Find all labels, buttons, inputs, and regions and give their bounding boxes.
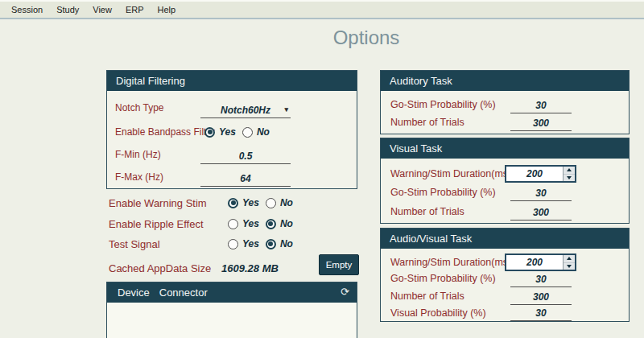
menu-bar: Session Study View ERP Help xyxy=(0,0,644,19)
chevron-down-icon[interactable]: ▾ xyxy=(284,105,288,113)
spin-down-icon[interactable] xyxy=(564,174,575,182)
empty-cache-button[interactable]: Empty xyxy=(319,254,359,275)
cached-appdata-label: Cached AppData Size xyxy=(109,262,211,274)
ripple-yes-label: Yes xyxy=(242,218,259,229)
test-signal-no-label: No xyxy=(280,238,293,249)
bandpass-label: Enable Bandpass Filter xyxy=(115,126,215,138)
refresh-icon[interactable]: ⟳ xyxy=(341,286,349,298)
device-connector-header: Device Connector ⟳ xyxy=(107,282,357,303)
digital-filtering-panel: Digital Filtering Notch Type Notch60Hz ▾… xyxy=(106,70,357,189)
visual-warning-label: Warning/Stim Duration(ms) xyxy=(390,168,511,179)
device-list xyxy=(107,303,357,338)
auditory-trials-label: Number of Trials xyxy=(390,117,464,128)
visual-gostim-field[interactable]: 30 xyxy=(510,188,572,201)
audio-visual-task-panel: Audio/Visual Task Warning/Stim Duration(… xyxy=(380,228,630,322)
auditory-trials-row: Number of Trials 300 xyxy=(390,113,622,131)
visual-task-title: Visual Task xyxy=(390,142,442,155)
warning-stim-radio-group: Yes No xyxy=(228,197,299,208)
auditory-trials-field[interactable]: 300 xyxy=(510,117,572,131)
warning-stim-no-radio[interactable] xyxy=(266,198,276,208)
ripple-no-label: No xyxy=(280,218,293,229)
options-screen: { "menu": { "items": ["Session", "Study"… xyxy=(0,0,644,338)
warning-stim-no-label: No xyxy=(280,197,293,208)
ripple-radio-group: Yes No xyxy=(228,218,299,229)
ripple-label: Enable Ripple Effect xyxy=(109,218,204,230)
auditory-gostim-field[interactable]: 30 xyxy=(510,100,572,113)
test-signal-yes-label: Yes xyxy=(242,238,259,249)
bandpass-yes-radio[interactable] xyxy=(204,127,215,138)
visual-warning-spinner[interactable]: 200 xyxy=(505,165,576,183)
spin-down-icon[interactable] xyxy=(564,262,575,270)
menu-view[interactable]: View xyxy=(93,5,112,14)
bandpass-no-radio[interactable] xyxy=(242,127,253,138)
ripple-yes-radio[interactable] xyxy=(228,219,238,229)
warning-stim-yes-label: Yes xyxy=(242,197,259,208)
av-visualprob-label: Visual Probability (%) xyxy=(390,307,486,319)
device-connector-panel: Device Connector ⟳ xyxy=(106,282,357,338)
av-gostim-label: Go-Stim Probability (%) xyxy=(390,273,496,284)
fmax-value-field[interactable]: 64 xyxy=(200,173,291,187)
menu-help[interactable]: Help xyxy=(158,5,176,14)
ripple-no-radio[interactable] xyxy=(266,219,276,229)
bandpass-yes-label: Yes xyxy=(219,126,236,138)
digital-filtering-header: Digital Filtering xyxy=(107,71,357,91)
audio-visual-task-header: Audio/Visual Task xyxy=(381,229,629,249)
av-gostim-field[interactable]: 30 xyxy=(510,274,572,287)
spin-up-icon[interactable] xyxy=(564,255,575,262)
fmax-row: F-Max (Hz) 64 xyxy=(115,167,350,187)
auditory-gostim-label: Go-Stim Probability (%) xyxy=(390,99,496,110)
menu-erp[interactable]: ERP xyxy=(126,5,144,14)
av-warning-spinner[interactable]: 200 xyxy=(505,254,576,271)
test-signal-label: Test Signal xyxy=(109,238,160,250)
av-trials-row: Number of Trials 300 xyxy=(390,287,622,305)
notch-type-row: Notch Type Notch60Hz ▾ xyxy=(115,97,350,118)
fmin-row: F-Min (Hz) 0.5 xyxy=(115,145,350,164)
warning-stim-label: Enable Warning Stim xyxy=(109,197,207,209)
fmax-label: F-Max (Hz) xyxy=(115,171,163,183)
visual-task-header: Visual Task xyxy=(381,138,629,159)
warning-stim-yes-radio[interactable] xyxy=(228,198,238,208)
test-signal-radio-group: Yes No xyxy=(228,238,299,249)
fmin-value-field[interactable]: 0.5 xyxy=(200,150,291,164)
av-visualprob-field[interactable]: 30 xyxy=(510,307,572,321)
visual-trials-label: Number of Trials xyxy=(390,206,464,217)
audio-visual-task-title: Audio/Visual Task xyxy=(390,233,472,245)
auditory-task-title: Auditory Task xyxy=(390,75,452,87)
av-visualprob-row: Visual Probability (%) 30 xyxy=(390,304,622,321)
spin-up-icon[interactable] xyxy=(564,167,575,174)
device-column-header[interactable]: Device xyxy=(118,286,150,299)
bandpass-no-label: No xyxy=(257,126,270,138)
connector-column-header[interactable]: Connector xyxy=(159,286,208,299)
test-signal-yes-radio[interactable] xyxy=(228,239,238,249)
av-warning-label: Warning/Stim Duration(ms) xyxy=(390,257,511,268)
notch-type-value: Notch60Hz xyxy=(221,105,270,116)
page-title: Options xyxy=(44,27,644,49)
auditory-task-header: Auditory Task xyxy=(381,71,629,91)
av-trials-label: Number of Trials xyxy=(390,291,464,302)
warning-stim-row: Enable Warning Stim Yes No xyxy=(109,193,360,212)
notch-type-label: Notch Type xyxy=(115,102,163,113)
visual-trials-row: Number of Trials 300 xyxy=(390,203,622,221)
notch-type-dropdown[interactable]: Notch60Hz ▾ xyxy=(200,105,291,118)
test-signal-row: Test Signal Yes No xyxy=(109,234,360,254)
visual-task-panel: Visual Task Warning/Stim Duration(ms) 20… xyxy=(380,138,630,224)
fmin-label: F-Min (Hz) xyxy=(115,149,161,160)
auditory-task-panel: Auditory Task Go-Stim Probability (%) 30… xyxy=(380,70,630,134)
av-warning-spin-buttons xyxy=(563,255,575,270)
bandpass-radio-group: Yes No xyxy=(204,126,276,138)
visual-trials-field[interactable]: 300 xyxy=(510,207,572,221)
menu-session[interactable]: Session xyxy=(11,5,43,14)
av-trials-field[interactable]: 300 xyxy=(510,291,572,305)
visual-gostim-row: Go-Stim Probability (%) 30 xyxy=(390,183,622,201)
visual-warning-spin-buttons xyxy=(563,167,575,181)
bandpass-row: Enable Bandpass Filter Yes No xyxy=(115,122,350,142)
menu-study[interactable]: Study xyxy=(56,5,79,14)
auditory-gostim-row: Go-Stim Probability (%) 30 xyxy=(390,96,622,113)
visual-gostim-label: Go-Stim Probability (%) xyxy=(390,187,496,198)
cached-appdata-value: 1609.28 MB xyxy=(204,262,296,274)
av-gostim-row: Go-Stim Probability (%) 30 xyxy=(390,270,622,287)
visual-warning-row: Warning/Stim Duration(ms) 200 xyxy=(390,164,622,183)
test-signal-no-radio[interactable] xyxy=(266,239,276,249)
digital-filtering-title: Digital Filtering xyxy=(116,75,185,87)
ripple-row: Enable Ripple Effect Yes No xyxy=(109,214,360,233)
